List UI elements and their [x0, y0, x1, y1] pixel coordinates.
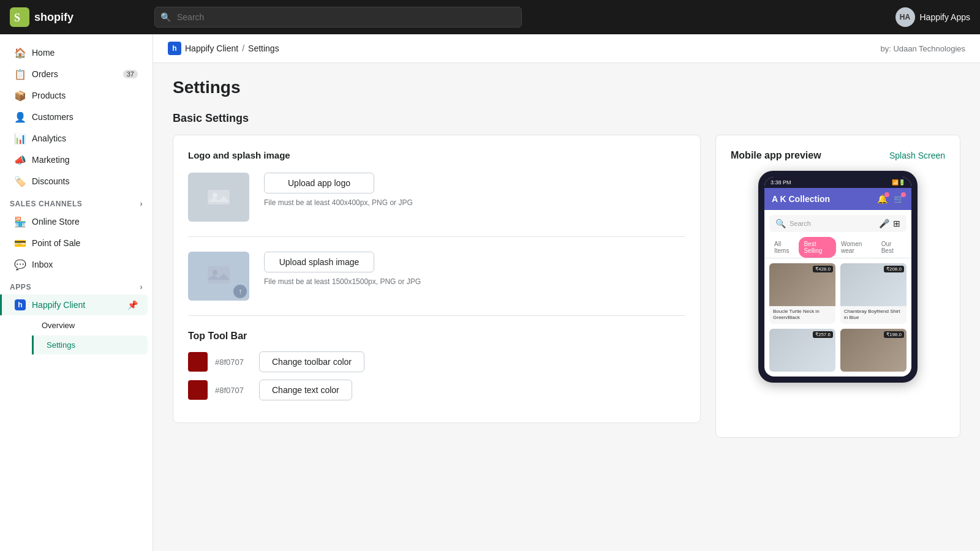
product-image-3: ₹257.6 — [769, 329, 835, 372]
phone-screen: 3:38 PM 📶🔋 A K Collection 🔔 🛒 — [764, 177, 911, 377]
inbox-icon: 💬 — [15, 259, 26, 270]
phone-product-1: ₹428.0 Boucle Turtle Neck in Green/Black — [769, 263, 835, 324]
product-name-2: Chambray Boyfriend Shirt in Blue — [840, 306, 907, 324]
splash-screen-link[interactable]: Splash Screen — [889, 151, 945, 160]
logo-text: shopify — [34, 11, 74, 24]
breadcrumb-current: Settings — [248, 43, 279, 53]
product-image-1: ₹428.0 — [769, 263, 835, 306]
products-icon: 📦 — [15, 90, 26, 101]
sidebar-item-marketing[interactable]: 📣 Marketing — [5, 149, 148, 170]
product-price-1: ₹428.0 — [813, 266, 833, 272]
toolbar-color-row: #8f0707 Change toolbar color — [188, 351, 685, 372]
sidebar-item-overview[interactable]: Overview — [32, 316, 148, 335]
upload-logo-section: Upload app logo File must be at least 40… — [188, 173, 685, 237]
svg-text:S: S — [14, 12, 20, 24]
phone-search-bar: 🔍 Search 🎤 ⊞ — [769, 215, 907, 232]
apps-section: Apps › — [0, 276, 153, 294]
chevron-right-icon: › — [140, 200, 143, 208]
toolbar-title: Top Tool Bar — [188, 331, 685, 342]
search-input[interactable] — [154, 7, 522, 28]
notification-icon: 🔔 — [877, 194, 888, 204]
page-title: Settings — [173, 78, 960, 97]
upload-splash-button[interactable]: Upload splash image — [264, 252, 374, 272]
breadcrumb-app-link[interactable]: Happify Client — [185, 43, 238, 53]
phone-product-2: ₹208.0 Chambray Boyfriend Shirt in Blue — [840, 263, 907, 324]
sidebar-item-online-store[interactable]: 🏪 Online Store — [5, 211, 148, 232]
logo-splash-card: Logo and splash image Upload app logo — [173, 135, 701, 423]
online-store-icon: 🏪 — [15, 216, 26, 227]
upload-logo-hint: File must be at least 400x400px, PNG or … — [264, 198, 685, 207]
sidebar-item-label: Overview — [42, 321, 75, 330]
phone-tab-ourbest: Our Best — [876, 237, 907, 258]
sidebar-item-label: Home — [32, 48, 55, 58]
main-content: h Happify Client / Settings by: Udaan Te… — [153, 34, 980, 551]
top-navigation: S shopify 🔍 HA Happify Apps — [0, 0, 980, 34]
search-container: 🔍 — [154, 7, 522, 28]
sidebar: 🏠 Home 📋 Orders 37 📦 Products 👤 Customer… — [0, 34, 153, 551]
cart-icon: 🛒 — [894, 194, 904, 204]
page-content: Settings Basic Settings Logo and splash … — [153, 63, 980, 452]
change-text-color-button[interactable]: Change text color — [259, 380, 352, 400]
upload-splash-info: Upload splash image File must be at leas… — [264, 252, 685, 286]
sidebar-item-orders[interactable]: 📋 Orders 37 — [5, 64, 148, 84]
app-header: h Happify Client / Settings by: Udaan Te… — [153, 34, 980, 63]
phone-tab-all: All Items — [769, 237, 799, 258]
sidebar-item-label: Products — [32, 91, 66, 100]
sidebar-item-label: Point of Sale — [32, 238, 80, 248]
sales-channels-section: Sales channels › — [0, 192, 153, 211]
phone-product-3: ₹257.6 — [769, 329, 835, 372]
phone-status-icons: 📶🔋 — [892, 179, 905, 186]
section-title: Basic Settings — [173, 112, 960, 125]
sidebar-item-label: Customers — [32, 112, 74, 122]
card-title: Logo and splash image — [188, 150, 685, 160]
product-price-2: ₹208.0 — [884, 266, 904, 272]
orders-badge: 37 — [123, 70, 138, 78]
sidebar-item-products[interactable]: 📦 Products — [5, 85, 148, 106]
product-price-3: ₹257.6 — [813, 331, 833, 338]
splash-preview: ↑ — [188, 252, 249, 301]
phone-app-bar: A K Collection 🔔 🛒 — [764, 188, 911, 210]
sidebar-item-happify-client[interactable]: h Happify Client 📌 — [0, 294, 148, 315]
sidebar-item-point-of-sale[interactable]: 💳 Point of Sale — [5, 233, 148, 253]
sidebar-item-customers[interactable]: 👤 Customers — [5, 107, 148, 127]
marketing-icon: 📣 — [15, 154, 26, 165]
sidebar-item-analytics[interactable]: 📊 Analytics — [5, 128, 148, 149]
sidebar-item-label: Settings — [47, 340, 75, 350]
upload-logo-button[interactable]: Upload app logo — [264, 173, 374, 193]
change-toolbar-color-button[interactable]: Change toolbar color — [259, 351, 364, 372]
toolbar-section: Top Tool Bar #8f0707 Change toolbar colo… — [188, 331, 685, 400]
phone-mockup: 3:38 PM 📶🔋 A K Collection 🔔 🛒 — [758, 171, 918, 383]
phone-tab-women: Women wear — [836, 237, 876, 258]
phone-status-bar: 3:38 PM 📶🔋 — [764, 177, 911, 188]
sidebar-item-label: Analytics — [32, 133, 66, 143]
search-icon: 🔍 — [160, 12, 171, 22]
app-breadcrumb-icon: h — [168, 42, 181, 55]
upload-splash-section: ↑ Upload splash image File must be at le… — [188, 252, 685, 316]
phone-filter-icon: ⊞ — [893, 219, 900, 228]
preview-title: Mobile app preview — [731, 150, 821, 161]
sidebar-item-settings[interactable]: Settings — [32, 335, 148, 354]
sidebar-item-label: Inbox — [32, 260, 53, 269]
customers-icon: 👤 — [15, 111, 26, 122]
phone-tab-best: Best Selling — [799, 237, 836, 258]
chevron-right-icon: › — [140, 283, 143, 291]
phone-search-text: Search — [790, 220, 875, 227]
sidebar-item-home[interactable]: 🏠 Home — [5, 42, 148, 63]
phone-products-grid: ₹428.0 Boucle Turtle Neck in Green/Black… — [764, 258, 911, 377]
happify-sub: Overview Settings — [0, 316, 153, 354]
shopify-logo[interactable]: S shopify — [10, 7, 145, 27]
svg-rect-2 — [208, 190, 230, 204]
preview-header: Mobile app preview Splash Screen — [731, 150, 945, 161]
happify-client-icon: h — [15, 299, 26, 310]
by-text: by: Udaan Technologies — [880, 44, 965, 53]
sidebar-item-inbox[interactable]: 💬 Inbox — [5, 254, 148, 275]
product-image-4: ₹198.0 — [840, 329, 907, 372]
sidebar-item-label: Happify Client — [32, 300, 85, 310]
phone-search-icon: 🔍 — [775, 219, 786, 228]
breadcrumb-separator: / — [242, 43, 244, 53]
avatar[interactable]: HA — [895, 7, 915, 27]
sidebar-item-discounts[interactable]: 🏷️ Discounts — [5, 171, 148, 192]
sidebar-item-label: Discounts — [32, 176, 69, 186]
phone-tabs: All Items Best Selling Women wear Our Be… — [764, 237, 911, 258]
product-image-2: ₹208.0 — [840, 263, 907, 306]
